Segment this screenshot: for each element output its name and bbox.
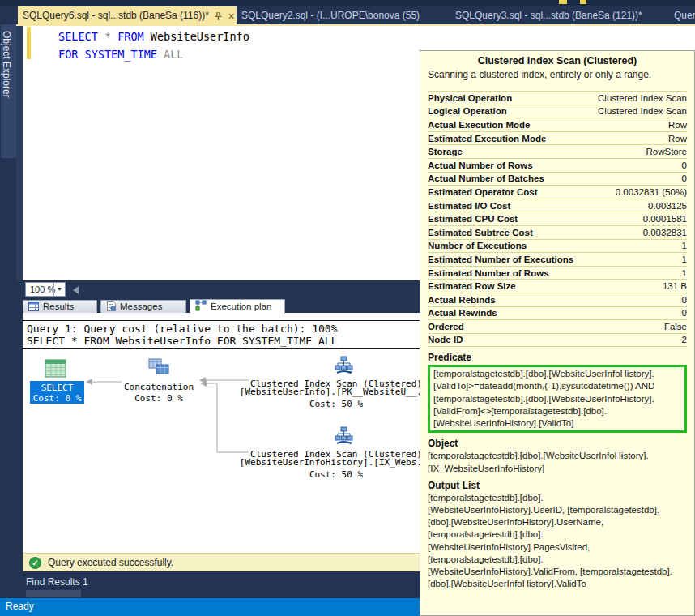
- tooltip-row-value: False: [664, 322, 687, 332]
- tooltip-section-heading: Output List: [428, 480, 687, 491]
- tab-label: Results: [43, 302, 74, 311]
- tooltip-row-label: Node ID: [428, 335, 463, 344]
- tooltip-row-label: Actual Execution Mode: [428, 120, 531, 130]
- tooltip-row-label: Estimated CPU Cost: [428, 214, 518, 224]
- tooltip-section-heading: Predicate: [428, 352, 687, 363]
- tooltip-description: Scanning a clustered index, entirely or …: [428, 69, 687, 80]
- tooltip-row-label: Estimated Number of Rows: [428, 268, 549, 278]
- tooltip-row-value: 0.0001581: [643, 214, 687, 224]
- success-check-icon: ✓: [29, 557, 41, 569]
- tooltip-row: Actual Number of Rows0: [428, 159, 687, 173]
- zoom-level-value: 100 %: [30, 284, 55, 294]
- tooltip-row-label: Estimated Subtree Cost: [428, 228, 533, 237]
- tab-label: SQLQuery2.sql - (I...UROPE\bonova (55))*: [241, 10, 420, 21]
- tooltip-row-value: 1: [682, 255, 687, 264]
- tooltip-property-table: Physical OperationClustered Index ScanLo…: [428, 91, 687, 347]
- tooltip-row-label: Logical Operation: [428, 106, 507, 116]
- code-token: FOR SYSTEM_TIME: [58, 48, 157, 61]
- editor-left-gutter: [16, 26, 23, 280]
- scan1-object: [WebsiteUserInfo].[PK__WebsiteU__...: [233, 387, 439, 397]
- tooltip-row: Estimated I/O Cost0.003125: [428, 199, 687, 213]
- tooltip-row: Actual Number of Batches0: [428, 173, 687, 186]
- chevron-down-icon[interactable]: ▼: [53, 283, 65, 296]
- tooltip-row: Estimated CPU Cost0.0001581: [428, 212, 687, 226]
- code-token: FROM: [117, 30, 144, 43]
- ready-label: Ready: [6, 601, 34, 612]
- tooltip-row-value: RowStore: [646, 147, 688, 156]
- code-line: FOR SYSTEM_TIME ALL: [58, 45, 249, 63]
- tooltip-section-text: [temporalstagetestdb].[dbo]. [WebsiteUse…: [428, 492, 687, 591]
- select-node-cost: Cost: 0 %: [30, 393, 84, 404]
- tooltip-row: Estimated Number of Rows1: [428, 267, 687, 280]
- tooltip-row-label: Actual Number of Batches: [428, 173, 544, 183]
- tooltip-row-value: Row: [668, 120, 687, 130]
- code-token: WebsiteUserInfo: [151, 30, 249, 43]
- tooltip-sections: Predicate[temporalstagetestdb].[dbo].[We…: [428, 352, 687, 590]
- tooltip-row-value: Clustered Index Scan: [598, 106, 687, 116]
- ssms-window: SQLQuery6.sql - sql...stdb (BaneSa (116)…: [0, 0, 695, 616]
- sql-code[interactable]: SELECT * FROM WebsiteUserInfoFOR SYSTEM_…: [58, 28, 249, 63]
- tooltip-row-value: 0: [682, 295, 687, 305]
- change-tracking-bar: [27, 27, 31, 59]
- tooltip-row-label: Actual Rewinds: [428, 308, 497, 318]
- tab-label: SQLQuery6.sql - sql...stdb (BaneSa (116)…: [23, 10, 209, 21]
- pin-icon[interactable]: [215, 8, 222, 24]
- concatenation-node-label[interactable]: Concatenation: [120, 382, 198, 392]
- title-bar-remnant: [0, 0, 695, 6]
- find-results-tab[interactable]: Find Results 1: [26, 576, 88, 588]
- clustered-index-scan-icon[interactable]: [335, 356, 353, 378]
- tooltip-row-label: Ordered: [428, 322, 464, 332]
- select-node-highlighted[interactable]: SELECT Cost: 0 %: [30, 381, 84, 404]
- scroll-left-arrow-icon[interactable]: [73, 286, 79, 294]
- scan2-object: [WebsiteUserInfoHistory].[IX_Webs...: [233, 457, 439, 468]
- operator-tooltip: Clustered Index Scan (Clustered) Scannin…: [420, 50, 695, 616]
- scrollbar-stub[interactable]: [26, 590, 81, 597]
- tooltip-row: Estimated Number of Executions1: [428, 253, 687, 267]
- code-token: [111, 30, 117, 43]
- code-token: *: [104, 30, 111, 43]
- tooltip-row: OrderedFalse: [428, 320, 687, 334]
- tab-execution-plan[interactable]: Execution plan: [190, 299, 285, 314]
- code-line: SELECT * FROM WebsiteUserInfo: [58, 28, 249, 45]
- left-dock-strip: Object Explorer: [0, 6, 16, 598]
- close-icon[interactable]: ✕: [228, 8, 235, 24]
- tooltip-row-label: Estimated Execution Mode: [428, 134, 546, 143]
- tooltip-row: Logical OperationClustered Index Scan: [428, 105, 687, 119]
- tooltip-predicate-highlighted: [temporalstagetestdb].[dbo].[WebsiteUser…: [428, 365, 687, 433]
- tooltip-section-text: [temporalstagetestdb].[dbo].[WebsiteUser…: [428, 450, 687, 474]
- concatenation-operator-icon[interactable]: [147, 357, 172, 380]
- zoom-level-select[interactable]: 100 % ▼: [25, 282, 66, 297]
- tooltip-row-value: 1: [682, 268, 687, 278]
- tooltip-row-value: Clustered Index Scan: [598, 93, 687, 103]
- code-token: SELECT: [58, 30, 98, 43]
- tab-messages[interactable]: Messages: [100, 300, 186, 313]
- tooltip-row-value: 0: [682, 173, 687, 183]
- tooltip-row-label: Estimated Row Size: [428, 281, 516, 291]
- tooltip-row-value: 0.0032831: [643, 228, 687, 237]
- select-operator-icon[interactable]: [45, 359, 66, 381]
- tab-query-partial[interactable]: Query: [669, 6, 695, 24]
- document-tab-strip: SQLQuery6.sql - sql...stdb (BaneSa (116)…: [0, 6, 695, 24]
- tooltip-row: Physical OperationClustered Index Scan: [428, 92, 687, 105]
- tooltip-row: Estimated Execution ModeRow: [428, 132, 687, 146]
- tab-sqlquery6[interactable]: SQLQuery6.sql - sql...stdb (BaneSa (116)…: [18, 6, 237, 24]
- object-explorer-tab[interactable]: Object Explorer: [1, 24, 16, 158]
- concatenation-node-cost: Cost: 0 %: [120, 393, 198, 404]
- code-token: ALL: [164, 48, 183, 61]
- tooltip-row-label: Estimated Number of Executions: [428, 255, 573, 264]
- tab-label: SQLQuery3.sql - sql...stdb (BaneSa (121)…: [455, 10, 642, 21]
- tooltip-row: Estimated Row Size131 B: [428, 280, 687, 293]
- tooltip-row-value: 0.0032831 (50%): [616, 187, 687, 197]
- tooltip-row: Actual Rewinds0: [428, 307, 687, 321]
- tab-label: Execution plan: [211, 302, 271, 311]
- tooltip-row: Number of Executions1: [428, 240, 687, 254]
- scan2-cost: Cost: 50 %: [233, 469, 439, 480]
- tab-sqlquery3[interactable]: SQLQuery3.sql - sql...stdb (BaneSa (121)…: [450, 6, 642, 24]
- tooltip-row-label: Actual Rebinds: [428, 295, 496, 305]
- tab-results[interactable]: Results: [23, 300, 97, 313]
- tooltip-section-heading: Object: [428, 438, 687, 449]
- tab-sqlquery2[interactable]: SQLQuery2.sql - (I...UROPE\bonova (55))*: [237, 6, 420, 24]
- code-token: [157, 48, 164, 61]
- clustered-index-scan-icon[interactable]: [335, 426, 353, 448]
- tab-label: Query: [674, 10, 695, 21]
